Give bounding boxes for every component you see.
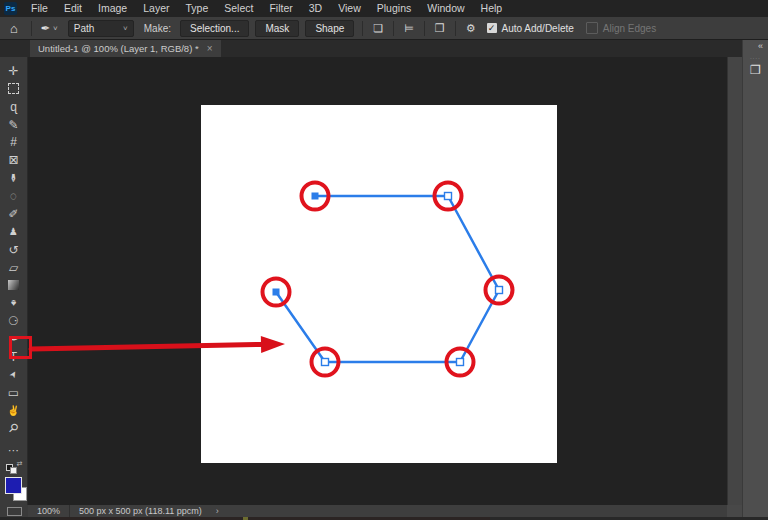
tab-bar: Untitled-1 @ 100% (Layer 1, RGB/8) * × bbox=[0, 40, 742, 57]
status-bar: 100% 500 px x 500 px (118.11 ppcm) › bbox=[0, 505, 727, 517]
tool-gradient[interactable] bbox=[0, 277, 27, 295]
eyedropper-icon: ✒ bbox=[8, 173, 20, 183]
tool-lasso[interactable]: ɋ bbox=[0, 98, 27, 116]
chevron-down-icon: ˅ bbox=[53, 24, 58, 33]
panel-dock: « ∙∙∙∙ ❐ bbox=[742, 40, 768, 517]
divider bbox=[31, 21, 32, 36]
tool-object-selection[interactable]: ✎ bbox=[0, 116, 27, 134]
mini-background-swatch bbox=[10, 467, 17, 474]
tool-history-brush[interactable]: ↺ bbox=[0, 241, 27, 259]
tool-mode-value: Path bbox=[74, 23, 95, 34]
menu-view[interactable]: View bbox=[330, 0, 369, 17]
menu-file[interactable]: File bbox=[23, 0, 56, 17]
tool-zoom[interactable]: ⚲ bbox=[0, 420, 27, 438]
tool-blur[interactable]: ♠ bbox=[0, 294, 27, 312]
foreground-color-swatch[interactable] bbox=[5, 477, 22, 494]
object-selection-icon: ✎ bbox=[8, 119, 18, 131]
menu-filter[interactable]: Filter bbox=[261, 0, 300, 17]
path-operations-icon[interactable]: ❏ bbox=[373, 22, 383, 35]
ps-logo-icon: Ps bbox=[4, 2, 17, 15]
tool-crop[interactable]: # bbox=[0, 134, 27, 152]
menu-3d[interactable]: 3D bbox=[301, 0, 330, 17]
pen-tool-highlight-box bbox=[9, 336, 32, 359]
tool-dodge[interactable]: ⚆ bbox=[0, 312, 27, 330]
brush-icon: ✐ bbox=[8, 208, 18, 220]
vertical-scrollbar[interactable] bbox=[727, 57, 742, 505]
rectangle-shape-icon: ▭ bbox=[8, 387, 19, 399]
path-alignment-icon[interactable]: ⊨ bbox=[404, 22, 414, 35]
menu-image[interactable]: Image bbox=[90, 0, 135, 17]
close-icon[interactable]: × bbox=[207, 43, 213, 54]
document-tab-title: Untitled-1 @ 100% (Layer 1, RGB/8) * bbox=[38, 43, 199, 54]
menu-plugins[interactable]: Plugins bbox=[369, 0, 419, 17]
chevron-down-icon: ˅ bbox=[123, 24, 128, 33]
document-dimensions: 500 px x 500 px (118.11 ppcm) bbox=[79, 506, 202, 516]
options-bar: ⌂ ✒ ˅ Path ˅ Make: Selection... Mask Sha… bbox=[0, 17, 768, 40]
dodge-icon: ⚆ bbox=[8, 315, 19, 327]
tool-frame[interactable]: ⊠ bbox=[0, 151, 27, 169]
expand-panels-icon[interactable]: « bbox=[743, 40, 768, 51]
tool-rectangle-shape[interactable]: ▭ bbox=[0, 384, 27, 402]
tool-eyedropper[interactable]: ✒ bbox=[0, 169, 27, 187]
make-label: Make: bbox=[144, 23, 171, 34]
document-tab[interactable]: Untitled-1 @ 100% (Layer 1, RGB/8) * × bbox=[30, 40, 221, 57]
divider bbox=[393, 21, 394, 36]
tool-preset-picker[interactable]: ✒ ˅ bbox=[41, 22, 58, 35]
auto-add-delete-label: Auto Add/Delete bbox=[502, 23, 574, 34]
status-chevron-icon[interactable]: › bbox=[216, 506, 219, 516]
align-edges-label: Align Edges bbox=[603, 23, 656, 34]
edit-toolbar-button[interactable]: ⋯ bbox=[8, 444, 19, 457]
divider bbox=[455, 21, 456, 36]
clone-stamp-icon: ♟ bbox=[9, 227, 18, 237]
menu-select[interactable]: Select bbox=[216, 0, 261, 17]
history-brush-icon: ↺ bbox=[8, 244, 18, 256]
tool-eraser[interactable]: ▱ bbox=[0, 259, 27, 277]
frame-icon: ⊠ bbox=[8, 154, 18, 166]
menu-help[interactable]: Help bbox=[473, 0, 511, 17]
toolbar-footer bbox=[0, 505, 28, 517]
checkbox-empty-icon bbox=[586, 22, 598, 34]
tools-panel: ✛ ɋ ✎ # ⊠ ✒ ◌ ✐ ♟ ↺ ▱ ♠ ⚆ ✒ T ➤ ▭ ✌ ⚲ ⋯ … bbox=[0, 57, 28, 505]
tool-move[interactable]: ✛ bbox=[0, 62, 27, 80]
align-edges-checkbox: Align Edges bbox=[586, 22, 656, 34]
gear-icon[interactable]: ⚙ bbox=[466, 22, 476, 35]
tool-mode-select[interactable]: Path ˅ bbox=[68, 20, 134, 37]
marquee-icon bbox=[8, 83, 19, 94]
tool-brush[interactable]: ✐ bbox=[0, 205, 27, 223]
tool-path-selection[interactable]: ➤ bbox=[0, 366, 27, 384]
lasso-icon: ɋ bbox=[10, 101, 17, 113]
canvas-area[interactable] bbox=[28, 57, 727, 505]
dock-grip-icon: ∙∙∙∙ bbox=[743, 55, 768, 61]
checkbox-checked-icon: ✓ bbox=[487, 23, 497, 33]
screen-mode-icon[interactable] bbox=[7, 507, 22, 516]
swap-arrow-icon: ⇄ bbox=[17, 460, 23, 468]
healing-brush-icon: ◌ bbox=[10, 190, 17, 202]
crop-icon: # bbox=[10, 136, 17, 148]
auto-add-delete-checkbox[interactable]: ✓ Auto Add/Delete bbox=[487, 23, 574, 34]
make-mask-button[interactable]: Mask bbox=[255, 20, 299, 37]
menu-layer[interactable]: Layer bbox=[135, 0, 177, 17]
color-swatches[interactable] bbox=[0, 476, 28, 505]
panel-icon[interactable]: ❐ bbox=[743, 63, 768, 77]
tool-hand[interactable]: ✌ bbox=[0, 402, 27, 420]
tool-clone-stamp[interactable]: ♟ bbox=[0, 223, 27, 241]
make-shape-button[interactable]: Shape bbox=[305, 20, 354, 37]
photoshop-window: Ps File Edit Image Layer Type Select Fil… bbox=[0, 0, 768, 520]
menu-window[interactable]: Window bbox=[419, 0, 472, 17]
status-zoom-field[interactable]: 100% bbox=[37, 506, 60, 516]
default-swap-colors-icon[interactable]: ⇄ bbox=[6, 462, 22, 472]
gradient-icon bbox=[8, 280, 19, 290]
path-arrangement-icon[interactable]: ❒ bbox=[435, 22, 445, 35]
tool-rectangular-marquee[interactable] bbox=[0, 80, 27, 98]
menu-type[interactable]: Type bbox=[177, 0, 216, 17]
home-icon[interactable]: ⌂ bbox=[10, 21, 18, 36]
make-selection-button[interactable]: Selection... bbox=[180, 20, 249, 37]
divider bbox=[362, 21, 363, 36]
divider bbox=[424, 21, 425, 36]
hand-icon: ✌ bbox=[7, 406, 19, 416]
path-selection-icon: ➤ bbox=[8, 369, 20, 380]
menu-edit[interactable]: Edit bbox=[56, 0, 90, 17]
divider bbox=[69, 505, 70, 517]
menu-bar: Ps File Edit Image Layer Type Select Fil… bbox=[0, 0, 768, 17]
tool-healing-brush[interactable]: ◌ bbox=[0, 187, 27, 205]
